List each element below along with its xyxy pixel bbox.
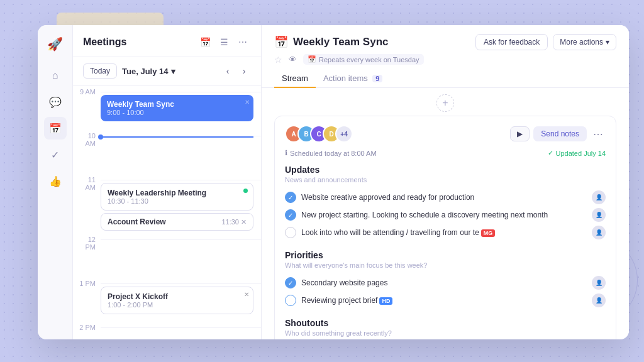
meeting-detail-top: 📅 Weekly Team Sync Ask for feedback More… — [274, 34, 616, 50]
check-icon[interactable] — [285, 295, 296, 306]
list-view-icon[interactable]: ☰ — [216, 34, 232, 50]
recurrence-badge: 📅 Repeats every week on Tuesday — [303, 54, 424, 65]
section-priorities: Priorities What will everyone's main foc… — [285, 250, 606, 309]
event-close-icon: ✕ — [245, 99, 250, 106]
item-text: Website creative approved and ready for … — [301, 193, 587, 202]
add-button[interactable]: + — [436, 94, 454, 112]
schedule-text: ℹ Scheduled today at 8:00 AM — [285, 149, 377, 157]
meetings-header: Meetings 📅 ☰ ⋯ — [73, 25, 261, 57]
list-item: ✓ Secondary website pages 👤 — [285, 274, 606, 292]
add-row: + — [274, 88, 616, 116]
check-icon[interactable]: ✓ — [285, 277, 296, 288]
section-shoutouts-title: Shoutouts — [285, 318, 606, 328]
event-account-review[interactable]: Account Review 11:30 ✕ — [101, 213, 253, 231]
meeting-detail: 📅 Weekly Team Sync Ask for feedback More… — [262, 25, 629, 339]
time-slot-12pm: 12 PM — [73, 233, 261, 277]
date-display[interactable]: Tue, July 14 ▾ — [122, 67, 216, 76]
tag-hd-badge: HD — [379, 297, 392, 305]
event-title: Account Review — [108, 217, 166, 226]
section-priorities-title: Priorities — [285, 250, 606, 260]
meeting-detail-body[interactable]: + A B C D +4 ▶ Send note — [262, 88, 629, 339]
time-label-12pm: 12 PM — [73, 233, 101, 251]
time-label-10am: 10 AM — [73, 129, 101, 147]
header-actions: Ask for feedback More actions ▾ — [475, 34, 616, 50]
time-label-1pm: 1 PM — [73, 277, 101, 287]
list-item: ✓ New project starting. Looking to sched… — [285, 206, 606, 224]
send-notes-button[interactable]: Send notes — [533, 126, 587, 141]
section-updates-subtitle: News and announcements — [285, 176, 606, 184]
item-avatar: 👤 — [592, 190, 606, 204]
time-line-11am: Weekly Leadership Meeting 10:30 - 11:30 … — [101, 180, 261, 233]
tag-mg-badge: MG — [481, 229, 496, 237]
section-shoutouts: Shoutouts Who did something great recent… — [285, 318, 606, 339]
meeting-icon: 📅 — [274, 35, 288, 49]
ask-feedback-button[interactable]: Ask for feedback — [475, 34, 548, 50]
check-icon[interactable] — [285, 227, 296, 238]
event-project-kickoff[interactable]: ✕ Project X Kickoff 1:00 - 2:00 PM — [101, 287, 253, 314]
event-weekly-team-sync[interactable]: ✕ Weekly Team Sync 9:00 - 10:00 — [101, 95, 253, 121]
prev-date-button[interactable]: ‹ — [221, 64, 235, 78]
notes-card: A B C D +4 ▶ Send notes ⋯ — [274, 116, 616, 339]
avatar-count: +4 — [335, 125, 353, 143]
action-items-badge: 9 — [372, 75, 382, 82]
section-priorities-subtitle: What will everyone's main focus be this … — [285, 261, 606, 269]
more-options-icon[interactable]: ⋯ — [235, 34, 251, 50]
check-icon[interactable]: ✓ — [285, 192, 296, 203]
updated-text: ✓ Updated July 14 — [548, 149, 606, 157]
app-logo: 🚀 — [44, 33, 67, 55]
event-title: Weekly Team Sync — [107, 100, 247, 109]
event-title: Project X Kickoff — [108, 292, 247, 301]
sidebar-item-tasks[interactable]: ✓ — [44, 143, 67, 166]
time-line-2pm — [101, 327, 261, 328]
section-updates-title: Updates — [285, 165, 606, 175]
info-icon: ℹ — [285, 149, 287, 157]
more-actions-chevron-icon: ▾ — [606, 38, 609, 47]
attendees-avatars: A B C D +4 — [285, 125, 353, 143]
item-text: New project starting. Looking to schedul… — [301, 211, 587, 219]
next-date-button[interactable]: › — [237, 64, 251, 78]
item-avatar: 👤 — [592, 208, 606, 222]
calendar-timeline[interactable]: 9 AM ✕ Weekly Team Sync 9:00 - 10:00 10 … — [73, 85, 261, 339]
list-item: Look into who will be attending / travel… — [285, 224, 606, 241]
tab-action-items[interactable]: Action items 9 — [316, 70, 391, 88]
current-time-line — [101, 136, 253, 138]
meetings-panel: Meetings 📅 ☰ ⋯ Today Tue, July 14 ▾ ‹ › … — [73, 25, 262, 339]
time-line-1pm: ✕ Project X Kickoff 1:00 - 2:00 PM — [101, 283, 261, 317]
date-nav: Today Tue, July 14 ▾ ‹ › — [73, 57, 261, 85]
check-icon-small: ✓ — [548, 149, 553, 157]
section-shoutouts-subtitle: Who did something great recently? — [285, 329, 606, 337]
time-label-11am: 11 AM — [73, 173, 101, 191]
time-label-2pm: 2 PM — [73, 321, 101, 331]
event-leadership-meeting[interactable]: Weekly Leadership Meeting 10:30 - 11:30 — [101, 183, 253, 211]
meetings-header-icons: 📅 ☰ ⋯ — [197, 34, 251, 50]
time-slot-1pm: 1 PM ✕ Project X Kickoff 1:00 - 2:00 PM — [73, 277, 261, 321]
star-icon[interactable]: ☆ — [274, 55, 282, 65]
item-avatar: 👤 — [592, 293, 606, 307]
calendar-view-icon[interactable]: 📅 — [197, 34, 213, 50]
sidebar-item-home[interactable]: ⌂ — [44, 64, 67, 87]
today-button[interactable]: Today — [83, 63, 117, 79]
time-slot-9am: 9 AM ✕ Weekly Team Sync 9:00 - 10:00 — [73, 85, 261, 129]
more-actions-button[interactable]: More actions ▾ — [553, 34, 616, 50]
event-dot-icon — [243, 189, 248, 193]
tab-stream[interactable]: Stream — [274, 70, 316, 88]
eye-icon[interactable]: 👁 — [289, 55, 297, 64]
sidebar-item-calendar[interactable]: 📅 — [44, 117, 67, 140]
meeting-title: Weekly Team Sync — [293, 36, 389, 48]
time-line-9am: ✕ Weekly Team Sync 9:00 - 10:00 — [101, 92, 261, 124]
video-button[interactable]: ▶ — [510, 126, 530, 141]
sidebar-item-chat[interactable]: 💬 — [44, 90, 67, 113]
list-item: ✓ Website creative approved and ready fo… — [285, 189, 606, 206]
video-icon: ▶ — [517, 129, 523, 138]
date-dropdown-icon: ▾ — [171, 67, 175, 76]
notes-card-header: A B C D +4 ▶ Send notes ⋯ — [285, 125, 606, 143]
sidebar-item-thumbs[interactable]: 👍 — [44, 170, 67, 192]
time-line-12pm — [101, 239, 261, 240]
card-more-icon[interactable]: ⋯ — [591, 127, 606, 141]
sidebar: 🚀 ⌂ 💬 📅 ✓ 👍 — [38, 25, 73, 339]
meeting-meta: ☆ 👁 📅 Repeats every week on Tuesday — [274, 54, 616, 65]
meetings-title: Meetings — [83, 36, 192, 48]
tabs: Stream Action items 9 — [274, 70, 616, 87]
check-icon[interactable]: ✓ — [285, 209, 296, 221]
more-actions-label: More actions — [560, 38, 603, 47]
